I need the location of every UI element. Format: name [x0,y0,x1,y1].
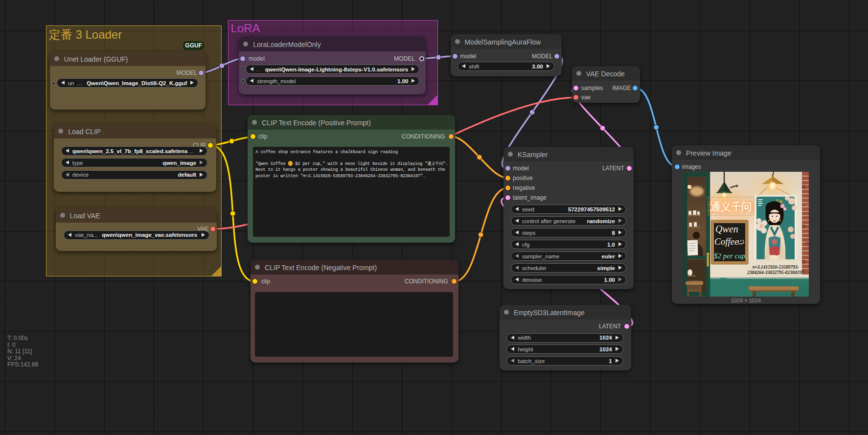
svg-text:通义千问: 通义千问 [709,201,752,213]
svg-text:Coffee: Coffee [714,236,739,247]
svg-text:Qwen: Qwen [715,224,738,234]
svg-text:$2 per cup,: $2 per cup, [714,252,747,260]
svg-text:π≈3.1415926-53589793-: π≈3.1415926-53589793- [753,265,799,270]
svg-text:2384264-33832795-02384197: 2384264-33832795-02384197 [747,270,804,275]
